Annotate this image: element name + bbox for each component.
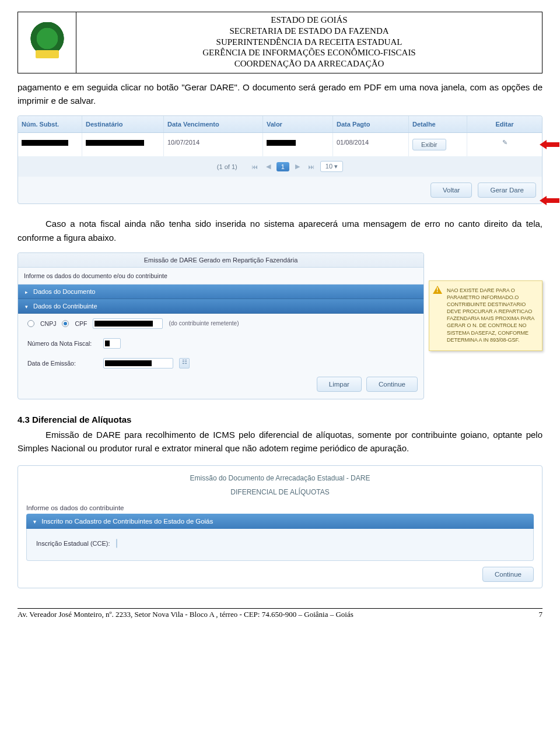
screenshot-diferencial-aliquotas: Emissão do Documento de Arrecadação Esta…	[18, 465, 542, 588]
row-doc-type: CNPJ CPF (do contribuinte remetente)	[18, 314, 424, 334]
cpf-input[interactable]	[93, 318, 163, 329]
label-cnpj: CNPJ	[40, 320, 56, 327]
letterhead-line: GERÊNCIA DE INFORMAÇÕES ECONÔMICO-FISCAI…	[81, 47, 537, 58]
gerar-dare-button[interactable]: Gerar Dare	[478, 183, 536, 198]
letterhead-line: SUPERINTENDÊNCIA DA RECEITA ESTADUAL	[81, 37, 537, 48]
redacted	[267, 140, 296, 146]
table-row: 10/07/2014 01/08/2014 Exibir ✎	[18, 133, 542, 156]
pager-current[interactable]: 1	[276, 162, 289, 171]
limpar-button[interactable]: Limpar	[317, 377, 362, 392]
warning-icon	[433, 286, 442, 295]
warning-toast: NAO EXISTE DARE PARA O PARAMETRO INFORMA…	[429, 280, 542, 351]
edit-icon[interactable]: ✎	[502, 139, 508, 146]
pager-page-size-select[interactable]: 10 ▾	[320, 161, 343, 172]
letterhead-line: ESTADO DE GOIÁS	[81, 15, 537, 26]
col-header[interactable]: Núm. Subst.	[18, 116, 82, 132]
letterhead-titles: ESTADO DE GOIÁS SECRETARIA DE ESTADO DA …	[76, 12, 542, 73]
screenshot-with-warning: Emissão de DARE Gerado em Repartição Faz…	[18, 252, 542, 399]
screenshot-dare-form: Emissão de DARE Gerado em Repartição Faz…	[18, 252, 424, 399]
cell-valor	[263, 133, 333, 156]
row-data-emissao: Data de Emissão: ☷	[18, 353, 424, 373]
panel-header-label: Inscrito no Cadastro de Contribuintes do…	[41, 518, 213, 525]
label-cpf: CPF	[75, 320, 87, 327]
continue-button[interactable]: Continue	[366, 377, 418, 392]
letterhead-line: COORDENAÇÃO DA ARRECADAÇÃO	[81, 58, 537, 69]
cell-data-venc: 10/07/2014	[164, 133, 263, 156]
form-button-row: Limpar Continue	[18, 373, 424, 395]
paragraph: pagamento e em seguida clicar no botão "…	[18, 80, 542, 108]
label-nota: Número da Nota Fiscal:	[27, 340, 97, 347]
redacted	[105, 341, 110, 346]
form-title: Emissão do Documento de Arrecadação Esta…	[26, 472, 534, 486]
pager-prev-icon[interactable]: ◀	[264, 163, 273, 170]
cell-detalhe: Exibir	[409, 133, 467, 156]
chevron-right-icon: ▸	[25, 289, 28, 295]
cell-destinatario	[82, 133, 164, 156]
exibir-button[interactable]: Exibir	[412, 139, 446, 150]
redacted	[22, 140, 68, 146]
document-letterhead: ESTADO DE GOIÁS SECRETARIA DE ESTADO DA …	[18, 12, 542, 73]
footer-address: Av. Vereador José Monteiro, nº. 2233, Se…	[18, 610, 354, 619]
table-header-row: Núm. Subst. Destinatário Data Vencimento…	[18, 116, 542, 133]
redacted	[105, 360, 152, 366]
col-header[interactable]: Data Vencimento	[164, 116, 263, 132]
paragraph: Caso a nota fiscal ainda não tenha sido …	[18, 217, 542, 244]
pager-last-icon[interactable]: ⏭	[306, 163, 317, 170]
warning-text: NAO EXISTE DARE PARA O PARAMETRO INFORMA…	[447, 287, 534, 343]
pager-next-icon[interactable]: ▶	[293, 163, 302, 170]
action-button-row: Voltar Gerar Dare	[18, 177, 542, 200]
goias-crest-icon	[30, 22, 65, 63]
data-emissao-input[interactable]	[103, 358, 173, 368]
cell-num-subst	[18, 133, 82, 156]
accordion-label: Dados do Documento	[33, 288, 95, 295]
panel-header-inscrito[interactable]: ▾ Inscrito no Cadastro de Contribuintes …	[26, 514, 534, 529]
section-heading: 4.3 Diferencial de Alíquotas	[18, 415, 542, 424]
form-subheader: Informe os dados do documento e/ou do co…	[18, 268, 424, 285]
redacted	[94, 321, 153, 327]
chevron-down-icon: ▾	[33, 518, 36, 525]
accordion-label: Dados do Contribuinte	[33, 303, 97, 310]
letterhead-line: SECRETARIA DE ESTADO DA FAZENDA	[81, 26, 537, 37]
form-instruction: Informe os dados do contribuinte	[26, 504, 534, 511]
label-data: Data de Emissão:	[27, 360, 97, 367]
pager-first-icon[interactable]: ⏮	[249, 163, 260, 170]
redacted	[86, 140, 144, 146]
accordion-dados-documento[interactable]: ▸ Dados do Documento	[18, 285, 424, 299]
voltar-button[interactable]: Voltar	[430, 183, 472, 198]
col-header[interactable]: Detalhe	[409, 116, 467, 132]
row-nota-fiscal: Número da Nota Fiscal:	[18, 334, 424, 353]
calendar-icon[interactable]: ☷	[179, 358, 190, 368]
cell-data-pagto: 01/08/2014	[333, 133, 409, 156]
page-number: 7	[539, 610, 543, 619]
col-header[interactable]: Data Pagto	[333, 116, 409, 132]
form-button-row: Continue	[26, 561, 534, 582]
pager-count: (1 of 1)	[217, 163, 237, 170]
callout-arrow-icon	[545, 141, 560, 149]
callout-arrow-icon	[545, 196, 560, 205]
inscricao-estadual-input[interactable]	[116, 539, 117, 548]
cell-editar: ✎	[467, 133, 542, 156]
nota-input[interactable]	[103, 338, 121, 349]
paragraph: Emissão de DARE para recolhimento de ICM…	[18, 428, 542, 455]
col-header[interactable]: Editar	[467, 116, 542, 132]
panel-body: Inscrição Estadual (CCE):	[26, 529, 534, 561]
col-header[interactable]: Valor	[263, 116, 333, 132]
paginator: (1 of 1) ⏮ ◀ 1 ▶ ⏭ 10 ▾	[18, 156, 542, 177]
radio-cpf[interactable]	[62, 320, 69, 327]
chevron-down-icon: ▾	[25, 304, 28, 310]
radio-cnpj[interactable]	[27, 320, 34, 327]
page-footer: Av. Vereador José Monteiro, nº. 2233, Se…	[18, 609, 542, 619]
col-header[interactable]: Destinatário	[82, 116, 164, 132]
form-title: Emissão de DARE Gerado em Repartição Faz…	[18, 253, 424, 268]
hint-remetente: (do contribuinte remetente)	[169, 320, 239, 327]
state-crest-cell	[18, 12, 76, 73]
accordion-dados-contribuinte[interactable]: ▾ Dados do Contribuinte	[18, 299, 424, 314]
label-inscricao: Inscrição Estadual (CCE):	[36, 540, 110, 547]
screenshot-dare-table: Núm. Subst. Destinatário Data Vencimento…	[18, 115, 542, 204]
form-subtitle: DIFERENCIAL DE ALÍQUOTAS	[26, 486, 534, 502]
continue-button[interactable]: Continue	[482, 567, 534, 582]
